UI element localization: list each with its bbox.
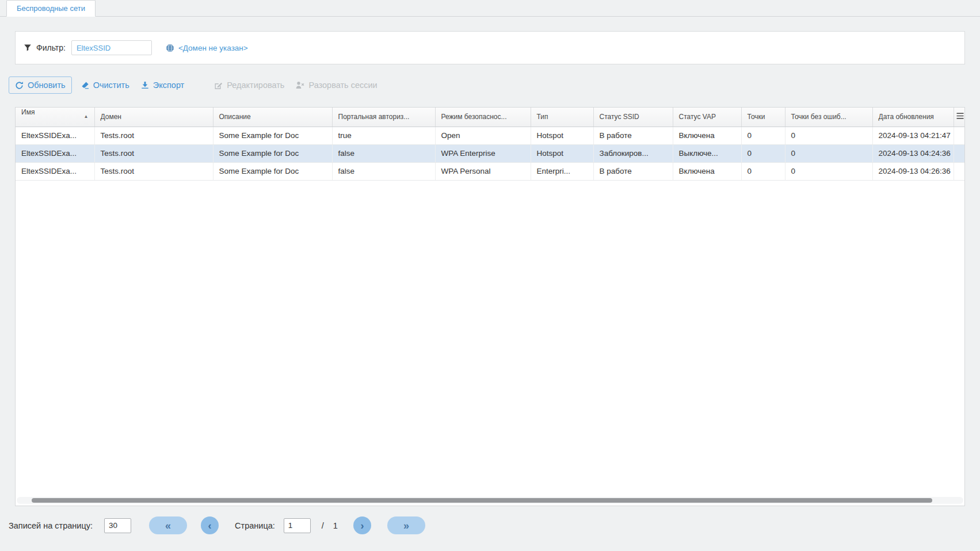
prev-page-icon: ‹ [208, 521, 212, 531]
tab-bar: Беспроводные сети [0, 0, 980, 17]
next-page-button[interactable]: › [353, 516, 371, 534]
filter-funnel-icon [24, 44, 32, 52]
column-header-vap-status[interactable]: Статус VAP [673, 108, 741, 127]
pagination-bar: Записей на страницу: « ‹ Страница: / 1 ›… [9, 516, 980, 534]
cell-name: EltexSSIDExa... [16, 127, 94, 144]
prev-page-button[interactable]: ‹ [201, 516, 219, 534]
cell-security-mode: WPA Enterprise [435, 144, 531, 162]
user-x-icon [296, 81, 304, 89]
filter-input[interactable] [71, 40, 152, 55]
cell-points-no-errors: 0 [785, 127, 872, 144]
cell-ssid-status: Заблокиров... [593, 144, 673, 162]
table-header-row: ▲ Имя Домен Описание Портальная авториз.… [16, 108, 965, 127]
globe-icon [166, 44, 174, 52]
refresh-icon [15, 81, 24, 90]
cell-points-no-errors: 0 [785, 144, 872, 162]
column-header-ssid-status[interactable]: Статус SSID [593, 108, 673, 127]
filter-panel: Фильтр: <Домен не указан> [15, 31, 965, 64]
cell-domain: Tests.root [94, 127, 213, 144]
cell-points: 0 [741, 144, 785, 162]
wireless-networks-table: ▲ Имя Домен Описание Портальная авториз.… [16, 108, 965, 181]
download-icon [141, 81, 149, 89]
table-row[interactable]: EltexSSIDExa... Tests.root Some Example … [16, 127, 965, 144]
column-menu-button[interactable] [954, 108, 965, 127]
cell-ssid-status: В работе [593, 162, 673, 180]
page-separator: / [322, 521, 324, 530]
column-header-updated-at[interactable]: Дата обновления [872, 108, 954, 127]
clear-button-label: Очистить [93, 81, 129, 90]
domain-selector-label: <Домен не указан> [178, 44, 248, 52]
column-header-points[interactable]: Точки [741, 108, 785, 127]
per-page-label: Записей на страницу: [9, 521, 93, 530]
cell-points: 0 [741, 162, 785, 180]
cell-updated-at: 2024-09-13 04:21:47 [872, 127, 954, 144]
column-header-points-no-errors[interactable]: Точки без ошиб... [785, 108, 872, 127]
table-row[interactable]: EltexSSIDExa... Tests.root Some Example … [16, 144, 965, 162]
cell-portal-auth: true [332, 127, 435, 144]
next-page-icon: › [360, 521, 364, 531]
last-page-button[interactable]: » [387, 516, 425, 534]
cell-description: Some Example for Doc [213, 144, 332, 162]
cell-portal-auth: false [332, 162, 435, 180]
page-input[interactable] [284, 518, 311, 533]
clear-button[interactable]: Очистить [81, 81, 129, 90]
cell-description: Some Example for Doc [213, 127, 332, 144]
cell-points-no-errors: 0 [785, 162, 872, 180]
cell-menu-spacer [954, 127, 965, 144]
cell-menu-spacer [954, 144, 965, 162]
edit-button-label: Редактировать [227, 81, 284, 90]
tab-wireless-networks[interactable]: Беспроводные сети [6, 0, 96, 17]
cell-name: EltexSSIDExa... [16, 162, 94, 180]
column-menu-icon [956, 113, 964, 119]
column-header-name[interactable]: ▲ Имя [16, 108, 94, 127]
domain-selector[interactable]: <Домен не указан> [161, 41, 253, 55]
cell-points: 0 [741, 127, 785, 144]
cell-menu-spacer [954, 162, 965, 180]
terminate-sessions-button-label: Разорвать сессии [308, 81, 377, 90]
column-header-description[interactable]: Описание [213, 108, 332, 127]
horizontal-scrollbar-thumb[interactable] [32, 498, 932, 503]
cell-type: Hotspot [531, 127, 593, 144]
refresh-button[interactable]: Обновить [9, 76, 72, 94]
cell-domain: Tests.root [94, 144, 213, 162]
cell-name: EltexSSIDExa... [16, 144, 94, 162]
per-page-input[interactable] [104, 518, 131, 533]
filter-label: Фильтр: [36, 43, 66, 52]
wireless-networks-grid: ▲ Имя Домен Описание Портальная авториз.… [15, 107, 965, 506]
cell-vap-status: Включена [673, 127, 741, 144]
cell-vap-status: Включена [673, 162, 741, 180]
cell-security-mode: WPA Personal [435, 162, 531, 180]
table-row[interactable]: EltexSSIDExa... Tests.root Some Example … [16, 162, 965, 180]
eraser-icon [81, 81, 89, 89]
total-pages: 1 [333, 521, 338, 530]
cell-description: Some Example for Doc [213, 162, 332, 180]
toolbar: Обновить Очистить Экспорт Редактировать [9, 76, 980, 94]
first-page-button[interactable]: « [149, 516, 187, 534]
column-header-type[interactable]: Тип [531, 108, 593, 127]
refresh-button-label: Обновить [28, 81, 66, 90]
export-button[interactable]: Экспорт [141, 81, 184, 90]
cell-domain: Tests.root [94, 162, 213, 180]
column-header-portal-auth[interactable]: Портальная авториз... [332, 108, 435, 127]
cell-updated-at: 2024-09-13 04:26:36 [872, 162, 954, 180]
edit-button[interactable]: Редактировать [214, 81, 284, 90]
cell-security-mode: Open [435, 127, 531, 144]
last-page-icon: » [403, 521, 409, 531]
sort-asc-icon: ▲ [84, 108, 89, 125]
cell-updated-at: 2024-09-13 04:24:36 [872, 144, 954, 162]
column-header-domain[interactable]: Домен [94, 108, 213, 127]
horizontal-scrollbar-track [17, 497, 963, 504]
cell-vap-status: Выключе... [673, 144, 741, 162]
terminate-sessions-button[interactable]: Разорвать сессии [296, 81, 377, 90]
cell-portal-auth: false [332, 144, 435, 162]
cell-type: Hotspot [531, 144, 593, 162]
column-header-security-mode[interactable]: Режим безопаснос... [435, 108, 531, 127]
edit-pencil-icon [214, 81, 223, 90]
first-page-icon: « [165, 521, 171, 531]
page-label: Страница: [235, 521, 275, 530]
cell-ssid-status: В работе [593, 127, 673, 144]
export-button-label: Экспорт [153, 81, 184, 90]
cell-type: Enterpri... [531, 162, 593, 180]
column-header-name-label: Имя [21, 108, 35, 116]
